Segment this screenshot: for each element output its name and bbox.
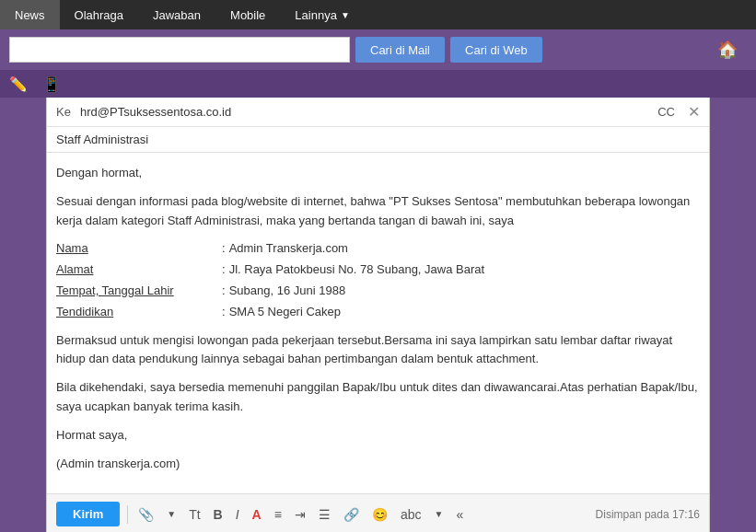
bold-icon[interactable]: B [211,505,226,524]
field-pendidikan-colon: : [222,303,226,322]
compose-icon[interactable]: ✏️ [9,75,28,93]
subject-row: Staff Administrasi [47,127,709,153]
field-alamat-colon: : [222,260,226,280]
indent-icon[interactable]: ⇥ [292,505,308,524]
spellcheck-dropdown-icon[interactable]: ▼ [431,507,446,521]
search-bar: Cari di Mail Cari di Web 🏠 [0,29,756,70]
more-options-icon[interactable]: « [453,505,466,524]
nav-item-news[interactable]: News [0,0,60,29]
field-pendidikan-row: Tendidikan : SMA 5 Negeri Cakep [56,303,700,322]
subject-text: Staff Administrasi [56,133,148,146]
field-ttl-row: Tempat, Tanggal Lahir : Subang, 16 Juni … [56,282,700,301]
mobile-icon[interactable]: 📱 [42,75,61,93]
italic-icon[interactable]: I [233,505,242,524]
field-nama-row: Nama : Admin Transkerja.com [56,239,700,259]
search-input[interactable] [9,37,350,63]
bullet-list-icon[interactable]: ≡ [272,505,285,524]
saved-status: Disimpan pada 17:16 [596,508,700,521]
nav-label-mobile: Mobile [230,8,265,22]
chevron-down-icon: ▼ [341,10,350,20]
field-ttl-colon: : [222,282,226,301]
search-web-button[interactable]: Cari di Web [450,37,542,63]
text-format-icon[interactable]: Tt [186,505,203,524]
body-para2: Bermaksud untuk mengisi lowongan pada pe… [56,331,700,370]
field-ttl-label: Tempat, Tanggal Lahir [56,282,222,301]
field-nama-label: Nama [56,239,222,259]
compose-toolbar: Kirim 📎 ▼ Tt B I A ≡ ⇥ ☰ 🔗 😊 abc ▼ « Dis… [47,493,709,532]
body-intro: Sesuai dengan informasi pada blog/websit… [56,192,700,231]
send-button[interactable]: Kirim [56,502,120,526]
field-alamat-label: Alamat [56,260,222,280]
to-label: Ke [56,105,75,119]
close-icon[interactable]: ✕ [688,103,700,121]
nav-item-lainnya[interactable]: Lainnya ▼ [280,0,364,29]
nav-item-mobile[interactable]: Mobile [215,0,280,29]
field-ttl-value: Subang, 16 Juni 1988 [229,282,346,301]
body-signature: (Admin transkerja.com) [56,455,700,474]
attach-dropdown-icon[interactable]: ▼ [164,507,179,521]
emoji-icon[interactable]: 😊 [369,505,390,524]
body-greeting: Dengan hormat, [56,164,700,183]
field-nama-value: Admin Transkerja.com [229,239,348,259]
field-nama-colon: : [222,239,226,259]
link-icon[interactable]: 🔗 [341,505,362,524]
nav-label-olahraga: Olahraga [75,8,123,22]
field-alamat-row: Alamat : Jl. Raya Patokbeusi No. 78 Suba… [56,260,700,280]
search-mail-button[interactable]: Cari di Mail [355,37,445,63]
field-pendidikan-value: SMA 5 Negeri Cakep [229,303,341,322]
nav-label-lainnya: Lainnya [295,8,337,22]
attach-icon[interactable]: 📎 [135,505,157,524]
spellcheck-icon[interactable]: abc [398,505,425,524]
body-para3: Bila dikehendaki, saya bersedia memenuhi… [56,378,700,417]
to-row: Ke hrd@PTsuksessentosa.co.id CC ✕ [47,98,709,127]
nav-item-jawaban[interactable]: Jawaban [138,0,215,29]
align-icon[interactable]: ☰ [316,505,333,524]
to-address: hrd@PTsuksessentosa.co.id [80,105,652,119]
nav-label-news: News [15,8,45,22]
body-closing: Hormat saya, [56,426,700,445]
field-alamat-value: Jl. Raya Patokbeusi No. 78 Subang, Jawa … [229,260,485,280]
cc-label[interactable]: CC [657,105,675,119]
icon-row: ✏️ 📱 [0,70,756,98]
font-color-icon[interactable]: A [250,505,264,524]
toolbar-separator [127,505,128,524]
email-compose: Ke hrd@PTsuksessentosa.co.id CC ✕ Staff … [46,98,710,532]
nav-label-jawaban: Jawaban [153,8,201,22]
email-body: Dengan hormat, Sesuai dengan informasi p… [47,153,709,493]
nav-item-olahraga[interactable]: Olahraga [60,0,138,29]
nav-bar: News Olahraga Jawaban Mobile Lainnya ▼ [0,0,756,29]
field-pendidikan-label: Tendidikan [56,303,222,322]
home-icon[interactable]: 🏠 [708,40,747,60]
